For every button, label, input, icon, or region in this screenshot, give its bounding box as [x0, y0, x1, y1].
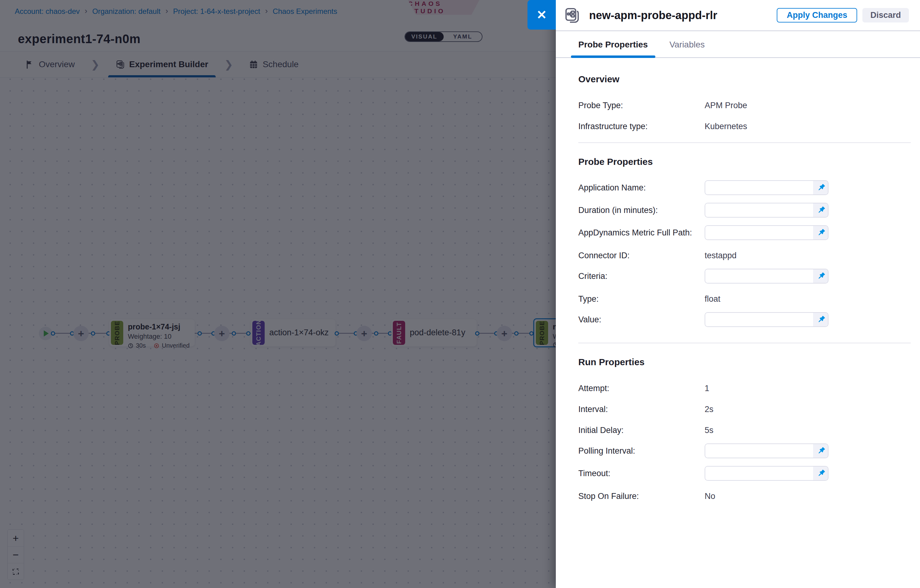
chaos-studio-page: Account: chaos-dev › Organization: defau… [0, 0, 920, 588]
field-value: float [705, 294, 720, 304]
field-row-value: Value: [578, 312, 911, 327]
field-row-timeout: Timeout: [578, 466, 911, 481]
appd-metric-path-input[interactable] [705, 226, 813, 240]
field-label: Duration (in minutes): [578, 206, 705, 215]
duration-input[interactable] [705, 203, 813, 217]
field-label: Initial Delay: [578, 426, 705, 435]
drawer-tabs: Probe Properties Variables [556, 32, 920, 58]
field-row-criteria: Criteria: [578, 269, 911, 284]
criteria-input[interactable] [705, 269, 813, 283]
field-label: Criteria: [578, 272, 705, 281]
apply-changes-button[interactable]: Apply Changes [777, 8, 857, 23]
drawer-title: new-apm-probe-appd-rlr [589, 9, 777, 22]
section-heading-run-properties: Run Properties [578, 357, 911, 367]
pin-runtime-input-button[interactable] [813, 467, 828, 480]
pin-icon [817, 206, 826, 214]
active-tab-underline [571, 55, 655, 58]
pin-runtime-input-button[interactable] [813, 226, 828, 240]
pin-runtime-input-button[interactable] [813, 181, 828, 194]
pin-runtime-input-button[interactable] [813, 269, 828, 283]
polling-interval-input-group [705, 444, 828, 458]
field-value: 5s [705, 426, 714, 435]
section-heading-probe-properties: Probe Properties [578, 157, 911, 167]
field-row-probe-type: Probe Type: APM Probe [578, 97, 911, 113]
field-row-attempt: Attempt: 1 [578, 380, 911, 396]
field-label: Value: [578, 315, 705, 324]
application-name-input-group [705, 180, 828, 195]
pin-icon [817, 183, 826, 192]
pin-runtime-input-button[interactable] [813, 313, 828, 326]
field-row-appd-metric-path: AppDynamics Metric Full Path: [578, 225, 911, 240]
field-row-duration: Duration (in minutes): [578, 202, 911, 218]
pin-icon [817, 228, 826, 237]
drawer-content: Overview Probe Type: APM Probe Infrastru… [556, 58, 920, 588]
field-label: AppDynamics Metric Full Path: [578, 228, 705, 238]
field-label: Type: [578, 294, 705, 304]
field-row-connector-id: Connector ID: testappd [578, 248, 911, 264]
timeout-input[interactable] [705, 467, 813, 480]
field-label: Connector ID: [578, 251, 705, 261]
criteria-input-group [705, 269, 828, 283]
pin-icon [817, 447, 826, 455]
probe-details-drawer: ✕ new-apm-probe-appd-rlr Apply Changes D… [556, 0, 920, 588]
field-value: APM Probe [705, 101, 747, 110]
value-input[interactable] [705, 313, 813, 326]
section-heading-overview: Overview [578, 74, 911, 84]
section-divider [578, 343, 911, 343]
application-name-input[interactable] [705, 181, 813, 194]
discard-button[interactable]: Discard [862, 8, 909, 23]
field-label: Infrastructure type: [578, 122, 705, 131]
pin-icon [817, 272, 826, 280]
close-drawer-button[interactable]: ✕ [528, 0, 556, 29]
tab-probe-properties[interactable]: Probe Properties [571, 32, 655, 57]
field-label: Application Name: [578, 183, 705, 193]
field-row-type: Type: float [578, 291, 911, 307]
field-label: Timeout: [578, 469, 705, 478]
field-row-initial-delay: Initial Delay: 5s [578, 422, 911, 438]
field-row-polling-interval: Polling Interval: [578, 443, 911, 458]
tab-variables[interactable]: Variables [662, 32, 712, 57]
field-label: Attempt: [578, 384, 705, 393]
appd-metric-path-input-group [705, 225, 828, 240]
field-row-interval: Interval: 2s [578, 401, 911, 417]
field-row-infrastructure-type: Infrastructure type: Kubernetes [578, 118, 911, 134]
pin-icon [817, 469, 826, 478]
section-divider [578, 143, 911, 143]
field-value: 2s [705, 405, 714, 414]
field-value: 1 [705, 384, 709, 393]
field-value: Kubernetes [705, 122, 747, 131]
close-icon: ✕ [536, 9, 547, 21]
pin-icon [817, 315, 826, 324]
field-row-stop-on-failure: Stop On Failure: No [578, 488, 911, 504]
field-label: Stop On Failure: [578, 492, 705, 501]
timeout-input-group [705, 466, 828, 481]
drawer-header: new-apm-probe-appd-rlr Apply Changes Dis… [556, 0, 920, 31]
probe-flow-icon [564, 7, 580, 24]
field-label: Probe Type: [578, 101, 705, 110]
field-value: No [705, 492, 716, 501]
duration-input-group [705, 203, 828, 217]
field-row-application-name: Application Name: [578, 180, 911, 195]
field-value: testappd [705, 251, 737, 261]
pin-runtime-input-button[interactable] [813, 203, 828, 217]
value-input-group [705, 312, 828, 327]
field-label: Interval: [578, 405, 705, 414]
pin-runtime-input-button[interactable] [813, 444, 828, 458]
polling-interval-input[interactable] [705, 444, 813, 458]
field-label: Polling Interval: [578, 446, 705, 456]
